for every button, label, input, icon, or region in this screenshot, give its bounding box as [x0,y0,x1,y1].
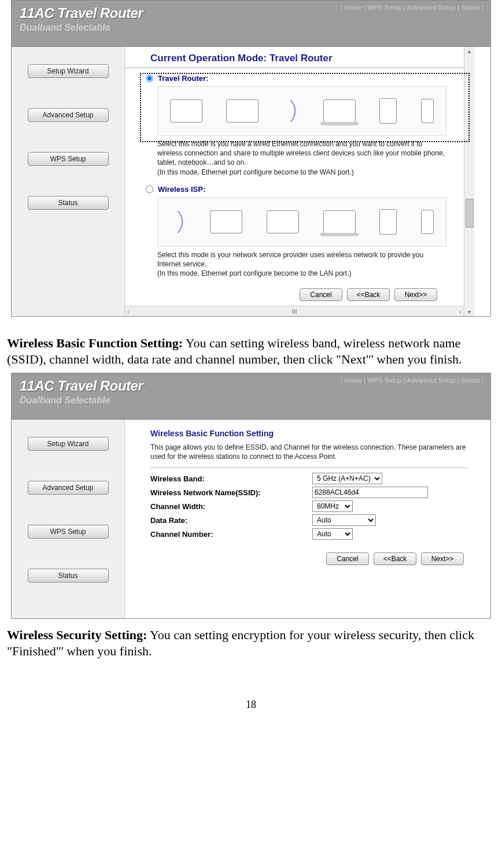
main-content: Current Operation Mode: Travel Router Tr… [125,47,464,316]
section-description: This page allows you to define ESSID, an… [150,443,467,469]
sidebar-status-button[interactable]: Status [28,196,109,210]
next-button[interactable]: Next>> [421,552,464,565]
scroll-down-icon[interactable]: ▾ [468,309,471,315]
tablet-icon [379,209,397,235]
nav-wps[interactable]: WPS Setup [367,377,401,384]
scroll-left-icon[interactable]: ‹ [127,308,130,315]
sidebar-setup-wizard-button[interactable]: Setup Wizard [28,64,109,78]
row-data-rate: Data Rate: Auto [150,514,490,526]
router-ui-screenshot-2: 11AC Travel Router Dualband Selectable |… [11,373,491,619]
mode-option-wireless-isp: Wireless ISP: Select this mode is your n… [125,183,464,284]
para-heading: Wireless Basic Function Setting: [7,336,183,350]
nav-status[interactable]: Status [461,4,480,11]
wireless-isp-radio[interactable] [146,186,153,193]
phone-icon [421,99,434,123]
top-nav: | Home | WPS Setup | Advanced Setup | St… [341,377,483,384]
wifi-icon [279,99,302,123]
top-nav: | Home | WPS Setup | Advanced Setup | St… [341,4,483,11]
doc-paragraph-wireless-security: Wireless Security Setting: You can setti… [3,625,499,664]
wizard-button-row: Cancel <<Back Next>> [125,284,464,306]
sidebar-wps-setup-button[interactable]: WPS Setup [28,152,109,166]
sidebar-setup-wizard-button[interactable]: Setup Wizard [28,437,109,451]
header: 11AC Travel Router Dualband Selectable |… [12,1,490,47]
modem-icon [170,99,202,123]
travel-router-radio[interactable] [146,75,153,82]
ap-icon [210,210,242,233]
vertical-scrollbar[interactable]: ▴ ▾ [464,47,474,316]
cancel-button[interactable]: Cancel [300,288,342,301]
wireless-band-label: Wireless Band: [150,474,312,483]
op-mode-label: Current Operation Mode: [150,53,267,64]
section-title: Wireless Basic Function Setting [150,429,490,438]
channel-width-select[interactable]: 80MHz [312,500,353,512]
phone-icon [421,210,434,234]
back-button[interactable]: <<Back [347,288,390,301]
router-icon [226,99,259,123]
wifi-icon [167,210,190,233]
mode-option-travel-router: Travel Router: Select this mode is you h… [125,72,464,183]
scroll-up-icon[interactable]: ▴ [468,48,471,54]
page-number: 18 [0,699,502,711]
cancel-button[interactable]: Cancel [326,552,369,565]
next-button[interactable]: Next>> [394,288,437,301]
operation-mode-heading: Current Operation Mode: Travel Router [125,47,464,68]
data-rate-label: Data Rate: [150,516,312,525]
sidebar-wps-setup-button[interactable]: WPS Setup [28,525,109,539]
back-button[interactable]: <<Back [374,552,416,565]
travel-router-diagram [157,86,446,136]
channel-width-label: Channel Width: [150,502,312,511]
nav-wps[interactable]: WPS Setup [367,4,401,11]
nav-advanced[interactable]: Advanced Setup [407,4,455,11]
laptop-icon [323,210,356,233]
row-ssid: Wireless Network Name(SSID): [150,487,490,498]
wizard-button-row: Cancel <<Back Next>> [125,548,490,570]
nav-home[interactable]: Home [344,4,362,11]
scroll-thumb[interactable]: III [291,308,297,315]
sidebar: Setup Wizard Advanced Setup WPS Setup St… [12,47,125,316]
sidebar-advanced-setup-button[interactable]: Advanced Setup [28,108,109,122]
travel-router-description: Select this mode is you have a wired Eth… [146,139,446,177]
wireless-isp-label: Wireless ISP: [158,185,205,194]
wireless-isp-description: Select this mode is your network service… [146,250,446,279]
channel-number-select[interactable]: Auto [312,528,353,540]
ssid-input[interactable] [312,487,428,498]
nav-home[interactable]: Home [344,377,362,384]
horizontal-scrollbar[interactable]: ‹ III › [125,306,464,316]
ssid-label: Wireless Network Name(SSID): [150,488,312,497]
header-subtitle: Dualband Selectable [20,23,482,33]
channel-number-label: Channel Number: [150,530,312,539]
scroll-thumb[interactable] [466,199,474,228]
sidebar: Setup Wizard Advanced Setup WPS Setup St… [12,420,125,618]
scroll-right-icon[interactable]: › [459,308,462,315]
tablet-icon [379,98,397,124]
sidebar-advanced-setup-button[interactable]: Advanced Setup [28,481,109,495]
nav-status[interactable]: Status [461,377,480,384]
sidebar-status-button[interactable]: Status [28,569,109,583]
main-content: Wireless Basic Function Setting This pag… [125,420,490,618]
row-channel-number: Channel Number: Auto [150,528,490,540]
para-heading: Wireless Security Setting: [7,628,147,642]
wireless-band-select[interactable]: 5 GHz (A+N+AC) [312,473,382,484]
header: 11AC Travel Router Dualband Selectable |… [12,373,490,420]
doc-paragraph-wireless-basic: Wireless Basic Function Setting: You can… [3,322,499,372]
data-rate-select[interactable]: Auto [312,514,376,526]
travel-router-label: Travel Router: [158,74,208,83]
router-ui-screenshot-1: 11AC Travel Router Dualband Selectable |… [11,0,491,317]
laptop-icon [323,99,356,123]
wireless-isp-diagram [157,197,446,247]
row-channel-width: Channel Width: 80MHz [150,500,490,512]
router-icon [267,210,299,233]
nav-advanced[interactable]: Advanced Setup [407,377,455,384]
op-mode-value: Travel Router [270,53,333,64]
header-subtitle: Dualband Selectable [20,395,482,406]
row-wireless-band: Wireless Band: 5 GHz (A+N+AC) [150,473,490,484]
